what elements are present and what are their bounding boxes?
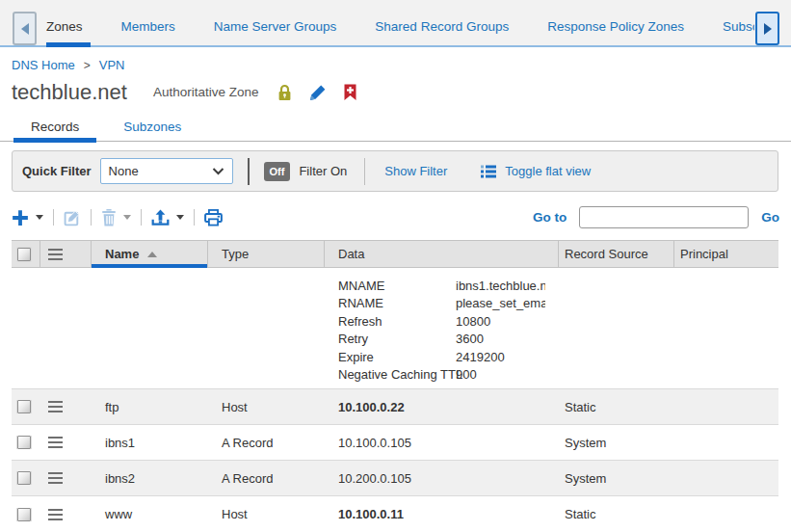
quick-filter-label: Quick Filter xyxy=(22,164,92,178)
print-button[interactable] xyxy=(204,209,223,226)
zone-sub-tabs: Records Subzones xyxy=(0,117,791,142)
column-header-record-source[interactable]: Record Source xyxy=(559,241,674,267)
column-header-name-label: Name xyxy=(105,247,139,261)
table-row[interactable]: ibns2 A Record 10.200.0.105 System xyxy=(12,461,778,496)
filter-bar: Quick Filter None Off Filter On Show Fil… xyxy=(12,150,778,192)
lock-icon xyxy=(277,84,293,101)
row-menu-icon[interactable] xyxy=(48,437,63,448)
delete-dropdown-caret[interactable] xyxy=(123,215,131,220)
export-button[interactable] xyxy=(151,209,184,226)
soa-field-value: please_set_email xyxy=(456,296,545,310)
soa-field-value: 3600 xyxy=(456,332,545,346)
row-menu-icon[interactable] xyxy=(48,401,63,412)
breadcrumb: DNS Home>VPN xyxy=(12,58,779,72)
delete-record-button[interactable] xyxy=(101,209,131,226)
row-data: 10.100.0.105 xyxy=(325,436,559,450)
goto-input[interactable] xyxy=(579,206,749,228)
filter-on-toggle[interactable]: Off xyxy=(264,162,291,181)
table-header: Name Type Data Record Source Principal xyxy=(12,240,778,268)
table-row[interactable]: www Host 10.100.0.11 Static xyxy=(12,496,778,532)
chevron-right-icon xyxy=(764,23,772,35)
row-name: ftp xyxy=(92,400,208,414)
row-checkbox[interactable] xyxy=(17,471,31,485)
quick-filter-select[interactable]: None xyxy=(100,158,233,184)
row-data: 10.100.0.11 xyxy=(325,507,559,521)
zone-title-row: techblue.net Authoritative Zone xyxy=(12,79,779,105)
row-menu-icon[interactable] xyxy=(48,509,63,520)
export-dropdown-caret[interactable] xyxy=(176,215,184,220)
row-record-source: Static xyxy=(559,507,674,521)
table-menu-icon[interactable] xyxy=(48,249,63,260)
divider xyxy=(248,158,250,185)
export-icon xyxy=(151,209,170,226)
column-header-principal[interactable]: Principal xyxy=(674,241,778,267)
plus-icon xyxy=(12,209,29,226)
edit-record-button[interactable] xyxy=(64,209,81,226)
soa-field-label: Retry xyxy=(325,332,456,346)
row-type: Host xyxy=(208,400,325,414)
quick-filter-value: None xyxy=(109,164,212,178)
row-name: ibns1 xyxy=(92,436,208,450)
soa-field-value: 10800 xyxy=(456,314,545,329)
show-filter-link[interactable]: Show Filter xyxy=(384,164,447,178)
row-checkbox[interactable] xyxy=(17,508,31,521)
soa-record-row[interactable]: MNAMEibns1.techblue.netRNAMEplease_set_e… xyxy=(12,268,778,389)
column-header-data[interactable]: Data xyxy=(325,241,559,267)
top-tab-name-server-groups[interactable]: Name Server Groups xyxy=(214,12,337,47)
soa-data-block: MNAMEibns1.techblue.netRNAMEplease_set_e… xyxy=(325,277,559,384)
soa-field: Retry3600 xyxy=(325,331,559,349)
soa-field-label: MNAME xyxy=(325,279,456,293)
toggle-flat-view[interactable]: Toggle flat view xyxy=(480,164,591,178)
edit-zone-icon[interactable] xyxy=(309,84,327,101)
sort-ascending-icon xyxy=(147,252,157,257)
soa-field-value: ibns1.techblue.net xyxy=(456,279,545,293)
add-record-button[interactable] xyxy=(12,209,43,226)
add-record-dropdown-caret[interactable] xyxy=(36,215,43,220)
row-menu-icon[interactable] xyxy=(48,472,63,484)
soa-field-label: RNAME xyxy=(325,296,456,310)
top-tab-subscriber-s[interactable]: Subscriber S xyxy=(723,12,754,47)
top-tab-zones[interactable]: Zones xyxy=(46,12,83,47)
top-tab-bar: ZonesMembersName Server GroupsShared Rec… xyxy=(0,0,791,47)
breadcrumb-vpn[interactable]: VPN xyxy=(99,58,125,72)
row-name: www xyxy=(92,507,208,521)
top-tab-members[interactable]: Members xyxy=(121,12,175,47)
column-header-name[interactable]: Name xyxy=(92,241,208,267)
soa-field-label: Refresh xyxy=(325,314,456,329)
row-checkbox[interactable] xyxy=(17,400,31,413)
divider xyxy=(364,158,365,185)
top-tab-shared-record-groups[interactable]: Shared Record Groups xyxy=(375,12,509,47)
row-type: A Record xyxy=(208,436,325,450)
go-button[interactable]: Go xyxy=(761,210,779,225)
row-record-source: System xyxy=(559,471,674,486)
soa-field-label: Expire xyxy=(325,350,456,364)
column-header-type[interactable]: Type xyxy=(208,241,325,267)
tab-scroll-left-button[interactable] xyxy=(13,12,37,45)
filter-on-label: Filter On xyxy=(299,164,347,178)
tab-records[interactable]: Records xyxy=(31,117,79,142)
toggle-flat-view-label: Toggle flat view xyxy=(505,164,591,178)
tab-subzones[interactable]: Subzones xyxy=(123,117,181,142)
soa-field-label: Negative Caching TTL xyxy=(325,367,456,382)
flat-view-icon xyxy=(480,165,497,178)
zone-type-label: Authoritative Zone xyxy=(153,85,259,99)
divider xyxy=(194,209,195,226)
table-row[interactable]: ftp Host 10.100.0.22 Static xyxy=(12,389,778,425)
tab-scroll-right-button[interactable] xyxy=(755,12,779,45)
top-tab-response-policy-zones[interactable]: Response Policy Zones xyxy=(547,12,684,47)
printer-icon xyxy=(204,209,223,226)
bookmark-add-icon[interactable] xyxy=(343,84,357,101)
table-row[interactable]: ibns1 A Record 10.100.0.105 System xyxy=(12,425,778,461)
soa-field: Expire2419200 xyxy=(325,348,559,366)
edit-icon xyxy=(64,209,81,226)
row-record-source: System xyxy=(559,436,674,450)
breadcrumb-dns-home[interactable]: DNS Home xyxy=(12,58,75,72)
select-all-checkbox[interactable] xyxy=(17,248,31,261)
chevron-left-icon xyxy=(21,23,29,35)
soa-field: RNAMEplease_set_email xyxy=(325,295,559,313)
records-toolbar: Go to Go xyxy=(12,204,779,230)
row-checkbox[interactable] xyxy=(17,436,31,449)
trash-icon xyxy=(101,209,117,226)
divider xyxy=(53,209,54,226)
row-data: 10.200.0.105 xyxy=(325,471,559,486)
